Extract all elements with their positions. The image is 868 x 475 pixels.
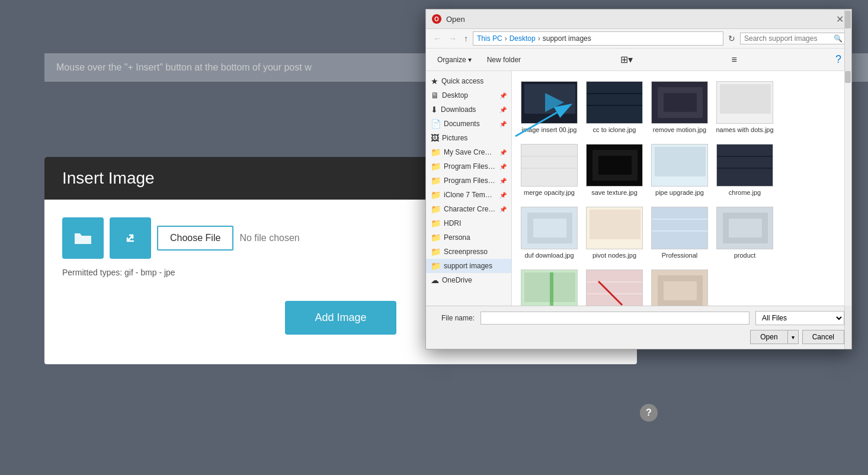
file-item-14[interactable]: sorcerer (647, 264, 712, 306)
close-button[interactable]: ✕ (834, 13, 845, 25)
sidebar-item-6[interactable]: 📁Program Files…📌 (426, 159, 511, 174)
sidebar-item-11[interactable]: 📁Persona (426, 230, 511, 245)
sidebar-item-2[interactable]: ⬇Downloads📌 (426, 102, 511, 117)
svg-rect-8 (664, 93, 697, 112)
sidebar-icon-0: ★ (431, 76, 438, 86)
svg-rect-32 (729, 219, 762, 238)
svg-rect-27 (652, 207, 707, 249)
sidebar-item-8[interactable]: 📁iClone 7 Tem…📌 (426, 188, 511, 202)
file-item-10[interactable]: Professional (647, 201, 712, 264)
choose-file-button[interactable]: Choose File (157, 226, 233, 251)
sidebar-item-12[interactable]: 📁Screenpresso (426, 245, 511, 259)
sidebar-label-4: Pictures (442, 134, 467, 142)
svg-rect-11 (521, 144, 577, 187)
sidebar-icon-11: 📁 (431, 233, 441, 242)
sidebar-item-9[interactable]: 📁Character Cre…📌 (426, 202, 511, 216)
link-icon-btn[interactable] (110, 217, 151, 259)
file-item-5[interactable]: save texture.jpg (582, 139, 647, 201)
svg-rect-3 (587, 81, 642, 124)
sidebar-label-3: Documents (444, 120, 480, 128)
search-icon-btn[interactable]: 🔍 (834, 34, 843, 43)
file-thumb-3 (716, 81, 773, 124)
sidebar-item-14[interactable]: ☁OneDrive (426, 273, 511, 287)
sidebar-icon-9: 📁 (431, 204, 441, 214)
file-item-0[interactable]: image insert 00.jpg (517, 76, 582, 139)
search-box: 🔍 (740, 33, 847, 44)
pin-icon-8: 📌 (499, 192, 507, 198)
open-arrow-button[interactable]: ▾ (787, 330, 799, 344)
file-item-12[interactable]: ce optimize.jpg (517, 264, 582, 306)
file-label-5: save texture.jpg (591, 189, 638, 196)
file-item-7[interactable]: chrome.jpg (712, 139, 777, 201)
file-label-8: duf download.jpg (524, 252, 574, 259)
svg-rect-42 (664, 281, 697, 300)
file-item-13[interactable]: needs cc2.jpg (582, 264, 647, 306)
file-item-11[interactable]: product (712, 201, 777, 264)
file-item-4[interactable]: merge opacity.jpg (517, 139, 582, 201)
forward-button[interactable]: → (446, 33, 459, 44)
breadcrumb-bar: This PC › Desktop › support images (473, 31, 723, 46)
file-thumb-7 (716, 144, 773, 187)
sidebar-item-3[interactable]: 📄Documents📌 (426, 117, 511, 131)
file-grid[interactable]: image insert 00.jpg cc to iclone.jpg (512, 71, 844, 306)
breadcrumb-this-pc[interactable]: This PC (477, 34, 502, 43)
sidebar-item-5[interactable]: 📁My Save Cre…📌 (426, 145, 511, 159)
view-button[interactable]: ⊞▾ (616, 52, 637, 68)
breadcrumb-desktop[interactable]: Desktop (510, 34, 536, 43)
sidebar-item-4[interactable]: 🖼Pictures (426, 131, 511, 145)
sidebar-item-7[interactable]: 📁Program Files…📌 (426, 174, 511, 188)
dialog-footer: File name: All Files Open ▾ Cancel (426, 306, 851, 349)
sidebar-label-14: OneDrive (442, 276, 472, 284)
file-item-2[interactable]: remove motion.jpg (647, 76, 712, 139)
open-button[interactable]: Open (750, 330, 787, 344)
help-circle[interactable]: ? (640, 404, 658, 422)
file-label-9: pivot nodes.jpg (592, 252, 636, 259)
sidebar-icon-5: 📁 (431, 147, 441, 157)
file-item-8[interactable]: duf download.jpg (517, 201, 582, 264)
svg-rect-29 (652, 230, 707, 232)
sidebar-icon-3: 📄 (431, 119, 441, 129)
sidebar-label-0: Quick access (441, 77, 483, 85)
help-button[interactable]: ? (831, 51, 845, 68)
sidebar-item-10[interactable]: 📁HDRI (426, 216, 511, 230)
file-thumb-5 (586, 144, 643, 187)
folder-icon-btn[interactable] (62, 217, 104, 259)
pin-icon-5: 📌 (499, 149, 507, 156)
open-dialog[interactable]: O Open ✕ ← → ↑ This PC › Desktop › suppo… (425, 9, 852, 349)
add-image-button[interactable]: Add Image (285, 301, 396, 335)
file-item-9[interactable]: pivot nodes.jpg (582, 201, 647, 264)
back-button[interactable]: ← (431, 33, 444, 44)
file-thumb-14 (651, 269, 708, 306)
cancel-button[interactable]: Cancel (802, 330, 844, 344)
file-item-6[interactable]: pipe upgrade.jpg (647, 139, 712, 201)
sidebar-label-7: Program Files… (444, 176, 495, 185)
layout-button[interactable]: ≡ (727, 52, 741, 68)
instruction-text: Mouse over the "+ Insert" button at the … (56, 62, 312, 72)
up-button[interactable]: ↑ (462, 33, 470, 44)
sidebar-item-1[interactable]: 🖥Desktop📌 (426, 88, 511, 102)
svg-rect-21 (717, 168, 773, 169)
refresh-button[interactable]: ↻ (726, 33, 738, 44)
sidebar-item-13[interactable]: 📁support images (426, 259, 511, 273)
organize-button[interactable]: Organize ▾ (432, 53, 477, 66)
sidebar-label-2: Downloads (441, 105, 476, 114)
sidebar-label-5: My Save Cre… (444, 148, 492, 156)
sidebar-label-12: Screenpresso (444, 248, 488, 256)
svg-rect-12 (521, 156, 577, 157)
new-folder-button[interactable]: New folder (482, 53, 526, 66)
file-grid-scrollbar[interactable] (844, 71, 851, 306)
sidebar-label-11: Persona (444, 233, 470, 242)
filename-input[interactable] (481, 312, 750, 325)
file-item-3[interactable]: names with dots.jpg (712, 76, 777, 139)
file-label-2: remove motion.jpg (653, 126, 707, 133)
search-input[interactable] (744, 34, 834, 43)
sidebar-label-6: Program Files… (444, 162, 495, 171)
sidebar-label-1: Desktop (442, 91, 468, 100)
svg-rect-35 (550, 272, 553, 306)
file-thumb-13 (586, 269, 643, 306)
file-item-1[interactable]: cc to iclone.jpg (582, 76, 647, 139)
svg-rect-24 (533, 219, 566, 238)
file-thumb-1 (586, 81, 643, 124)
filetype-select[interactable]: All Files (755, 311, 844, 325)
sidebar-item-0[interactable]: ★Quick access (426, 74, 511, 88)
